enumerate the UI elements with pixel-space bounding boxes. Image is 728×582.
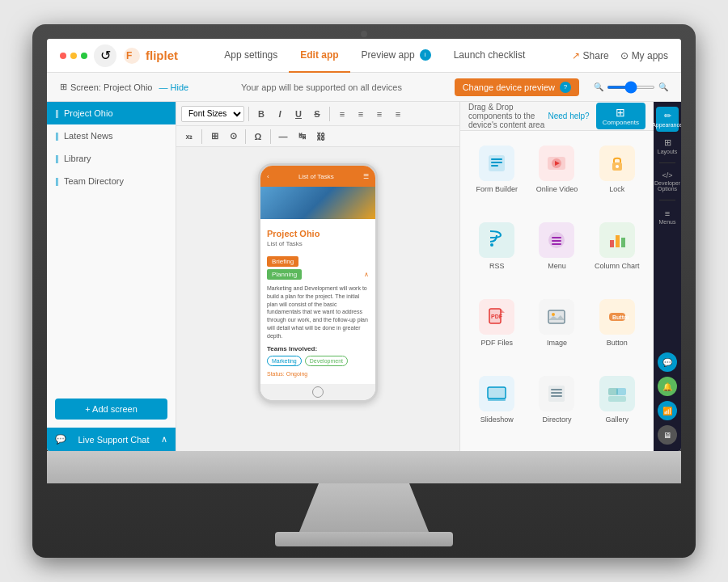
share-icon: ↗ — [572, 50, 580, 61]
phone-tag-briefing: Briefing — [267, 256, 298, 267]
phone-teams-label: Teams Involved: — [267, 345, 369, 352]
screen-icon-sm: ⊞ — [60, 82, 67, 92]
link-btn[interactable]: ⛓ — [312, 129, 328, 145]
svg-rect-13 — [552, 237, 561, 238]
comp-icon-form-builder — [479, 146, 514, 181]
monitor-stand — [299, 483, 429, 532]
tab-edit-app[interactable]: Edit app — [289, 39, 349, 73]
nav-back-button[interactable]: ↺ — [94, 44, 116, 67]
tab-app-settings[interactable]: App settings — [213, 39, 289, 73]
rt-screen-btn[interactable]: 🖥 — [658, 425, 677, 445]
toolbar-row-2: x₂ ⊞ ⊙ Ω — ↹ ⛓ — [176, 126, 459, 147]
rt-signal-btn[interactable]: 📶 — [658, 401, 677, 420]
zoom-area: 🔍 🔍 — [594, 82, 668, 91]
phone-menu-icon: ☰ — [363, 173, 369, 180]
add-screen-btn[interactable]: + Add screen — [55, 399, 167, 420]
svg-rect-37 — [608, 396, 626, 402]
align-right-btn[interactable]: ≡ — [371, 106, 387, 122]
logo-text: fliplet — [146, 48, 178, 62]
subscript-btn[interactable]: x₂ — [181, 129, 197, 145]
component-rss[interactable]: RSS — [467, 214, 527, 291]
omega-btn[interactable]: Ω — [250, 129, 266, 145]
monitor-shell: ↺ F fliplet App settings Edit app — [32, 24, 696, 558]
rt-btn-layouts[interactable]: ⊞ Layouts — [656, 133, 679, 158]
comp-label-column-chart: Column Chart — [595, 262, 640, 270]
comp-icon-menu — [539, 222, 574, 258]
rt-separator — [659, 162, 675, 163]
sidebar-item-team-directory[interactable]: ‖ Team Directory — [47, 170, 176, 192]
component-gallery[interactable]: Gallery — [587, 368, 647, 445]
phone-image-banner — [260, 187, 375, 219]
sidebar-item-library[interactable]: ‖ Library — [47, 147, 176, 170]
zoom-in-icon[interactable]: 🔍 — [658, 82, 668, 91]
phone-back-icon: ‹ — [267, 173, 269, 180]
indent-btn[interactable]: ↹ — [294, 129, 310, 145]
rt-btn-developer[interactable]: </> Developer Options — [656, 167, 679, 196]
main-content: ‖ Project Ohio ‖ Latest News ‖ Library ‖… — [47, 102, 681, 451]
bold-btn[interactable]: B — [253, 106, 269, 122]
monitor-dot — [361, 31, 367, 37]
live-support-icon: 💬 — [55, 434, 66, 445]
table-btn[interactable]: ⊞ — [206, 129, 222, 145]
rt-btn-appearance[interactable]: ✏ Appearance — [656, 107, 679, 132]
back-icon: ↺ — [100, 48, 111, 63]
phone-pill-marketing: Marketing — [267, 356, 302, 366]
phone-home-btn[interactable] — [312, 386, 324, 398]
component-column-chart[interactable]: Column Chart — [587, 214, 647, 291]
phone-home-bar — [260, 384, 375, 400]
svg-rect-4 — [491, 162, 502, 163]
svg-point-11 — [490, 243, 493, 247]
component-lock[interactable]: Lock — [587, 137, 647, 214]
component-pdf-files[interactable]: PDF PDF Files — [467, 291, 527, 368]
component-slideshow[interactable]: Slideshow — [467, 368, 527, 445]
sidebar-item-latest-news[interactable]: ‖ Latest News — [47, 124, 176, 147]
component-menu[interactable]: Menu — [527, 214, 586, 291]
change-device-btn[interactable]: Change device preview ? — [455, 78, 579, 96]
toolbar-sep-3 — [201, 129, 202, 144]
underline-btn[interactable]: U — [290, 106, 307, 122]
zoom-slider[interactable] — [607, 86, 655, 89]
dash-btn[interactable]: — — [275, 129, 291, 145]
zoom-out-icon[interactable]: 🔍 — [594, 82, 603, 91]
live-support-bar[interactable]: 💬 Live Support Chat ∧ — [47, 428, 176, 451]
strikethrough-btn[interactable]: S — [309, 106, 325, 122]
developer-icon: </> — [662, 171, 672, 179]
justify-btn[interactable]: ≡ — [390, 106, 406, 122]
comp-icon-lock — [599, 146, 635, 181]
svg-text:PDF: PDF — [491, 314, 503, 319]
component-form-builder[interactable]: Form Builder — [467, 137, 527, 214]
align-left-btn[interactable]: ≡ — [334, 106, 350, 122]
component-image[interactable]: Image — [527, 291, 586, 368]
share-button[interactable]: ↗ Share — [572, 50, 609, 61]
rt-btn-menus[interactable]: ≡ Menus — [656, 205, 679, 229]
comp-label-directory: Directory — [542, 415, 571, 424]
hide-link[interactable]: — Hide — [159, 82, 189, 92]
tab-launch-checklist[interactable]: Launch checklist — [442, 39, 537, 73]
component-button[interactable]: Button Button — [587, 291, 647, 368]
clock-btn[interactable]: ⊙ — [225, 129, 241, 145]
svg-point-10 — [616, 165, 619, 168]
sub-bar: ⊞ Screen: Project Ohio — Hide Your app w… — [47, 73, 681, 102]
component-online-video[interactable]: Online Video — [527, 137, 586, 214]
sidebar-item-project-ohio[interactable]: ‖ Project Ohio — [47, 102, 176, 124]
align-center-btn[interactable]: ≡ — [353, 106, 369, 122]
rt-chat-btn[interactable]: 💬 — [658, 352, 677, 372]
italic-btn[interactable]: I — [272, 106, 288, 122]
menus-label: Menus — [658, 219, 675, 225]
phone-mockup: ‹ List of Tasks ☰ Project Ohio List of T… — [258, 163, 378, 403]
comp-label-rss: RSS — [489, 262, 505, 270]
traffic-lights — [60, 53, 87, 59]
monitor-base-top — [47, 451, 681, 483]
need-help-link[interactable]: Need help? — [548, 112, 589, 120]
phone-pill-development: Development — [305, 356, 348, 366]
components-btn[interactable]: ⊞ Components — [596, 103, 645, 129]
font-size-select[interactable]: Font Sizes — [181, 106, 244, 122]
component-directory[interactable]: Directory — [527, 368, 586, 445]
comp-icon-button: Button — [599, 299, 635, 335]
myapps-button[interactable]: ⊙ My apps — [620, 50, 668, 61]
sidebar-screen-icon-1: ‖ — [55, 109, 59, 118]
rt-bell-btn[interactable]: 🔔 — [658, 377, 677, 396]
info-badge: i — [420, 49, 431, 61]
svg-rect-36 — [616, 388, 626, 395]
tab-preview-app[interactable]: Preview app i — [350, 39, 442, 73]
